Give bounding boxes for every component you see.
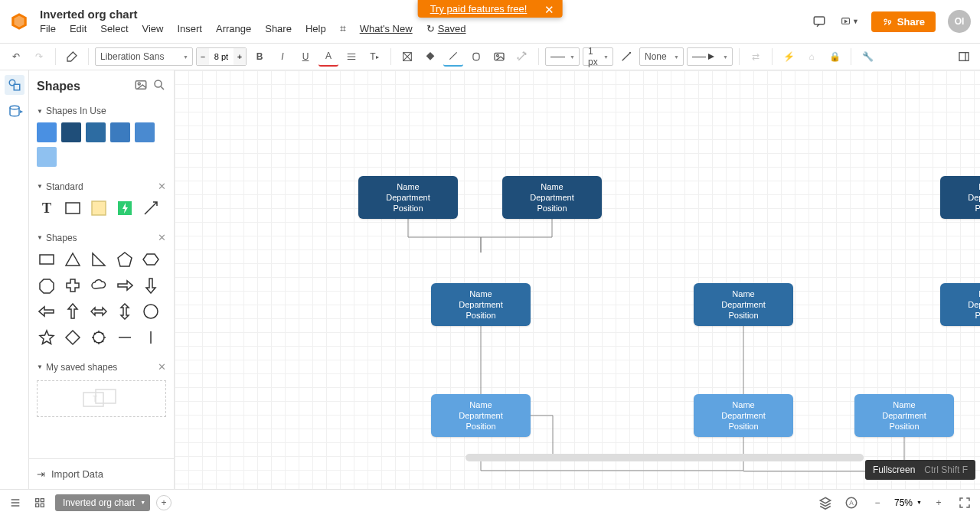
- list-view-icon[interactable]: [6, 494, 24, 512]
- star-icon[interactable]: [37, 328, 57, 347]
- close-icon[interactable]: ✕: [158, 232, 166, 243]
- shapes-tab-icon[interactable]: [5, 75, 24, 95]
- line-style-select[interactable]: [545, 47, 580, 66]
- doc-title[interactable]: Inverted org chart: [40, 8, 466, 21]
- present-icon[interactable]: ▼: [841, 12, 859, 31]
- search-icon[interactable]: [152, 78, 166, 95]
- align-button[interactable]: [341, 47, 361, 67]
- menu-share[interactable]: Share: [265, 23, 292, 34]
- swatch[interactable]: [61, 122, 81, 142]
- arrow-right-icon[interactable]: [115, 275, 135, 295]
- bold-button[interactable]: B: [250, 47, 270, 67]
- apps-icon[interactable]: ⌗: [340, 22, 346, 35]
- grid-view-icon[interactable]: [31, 494, 49, 512]
- line-width-select[interactable]: 1 px: [583, 47, 613, 66]
- fill-color-button[interactable]: [420, 47, 440, 67]
- text-shape[interactable]: T: [37, 198, 57, 218]
- border-color-button[interactable]: [443, 47, 463, 67]
- share-button[interactable]: Share: [871, 11, 936, 32]
- menu-file[interactable]: File: [40, 23, 56, 34]
- vline-icon[interactable]: [141, 328, 161, 347]
- hexagon-icon[interactable]: [141, 249, 161, 269]
- section-standard[interactable]: ▼Standard✕: [29, 174, 174, 195]
- rect-shape[interactable]: [63, 198, 83, 218]
- close-icon[interactable]: ✕: [158, 361, 166, 373]
- org-node[interactable]: NameDepartmentPosition: [358, 176, 458, 219]
- menu-help[interactable]: Help: [305, 23, 326, 34]
- close-icon[interactable]: ✕: [544, 3, 554, 17]
- swatch[interactable]: [135, 122, 155, 142]
- org-node[interactable]: NameDepartmentPosition: [431, 283, 531, 326]
- swap-button[interactable]: ⇄: [746, 47, 766, 67]
- octagon-icon[interactable]: [37, 275, 57, 295]
- bolt-shape[interactable]: [115, 198, 135, 218]
- image-button[interactable]: [489, 47, 509, 67]
- line-icon[interactable]: [115, 328, 135, 347]
- org-node[interactable]: NameDepartmentPosition: [940, 283, 980, 326]
- font-select[interactable]: Liberation Sans: [95, 47, 193, 66]
- section-saved[interactable]: ▼My saved shapes✕: [29, 355, 174, 376]
- import-data-button[interactable]: ⇥ Import Data: [29, 458, 174, 489]
- note-shape[interactable]: [89, 198, 109, 218]
- plus-icon[interactable]: [63, 275, 83, 295]
- tools-button[interactable]: 🔧: [858, 47, 877, 67]
- org-node[interactable]: NameDepartmentPosition: [502, 176, 602, 219]
- font-size-stepper[interactable]: − +: [196, 47, 247, 66]
- swatch[interactable]: [86, 122, 106, 142]
- menu-arrange[interactable]: Arrange: [216, 23, 251, 34]
- font-size-inc[interactable]: +: [234, 48, 246, 65]
- data-tab-icon[interactable]: ▸: [5, 101, 24, 121]
- shape-fill-button[interactable]: [397, 47, 417, 67]
- action-button[interactable]: ⚡: [779, 47, 799, 67]
- page-tab[interactable]: Inverted org chart: [55, 494, 150, 511]
- canvas[interactable]: NameDepartmentPositionNameDepartmentPosi…: [175, 70, 980, 489]
- font-size-input[interactable]: [209, 48, 234, 65]
- saved-status[interactable]: Saved: [438, 23, 466, 34]
- panels-button[interactable]: [954, 47, 974, 67]
- burst-icon[interactable]: [89, 328, 109, 347]
- swatch[interactable]: [110, 122, 130, 142]
- arrow-up-icon[interactable]: [63, 302, 83, 321]
- diamond-icon[interactable]: [63, 328, 83, 347]
- italic-button[interactable]: I: [273, 47, 292, 67]
- link-button[interactable]: ⌂: [802, 47, 822, 67]
- layers-icon[interactable]: [816, 494, 835, 512]
- format-painter-button[interactable]: [62, 47, 82, 67]
- org-node[interactable]: NameDepartmentPosition: [694, 394, 793, 437]
- rect-icon[interactable]: [37, 249, 57, 269]
- org-node[interactable]: NameDepartmentPosition: [694, 283, 793, 326]
- lock-button[interactable]: 🔒: [825, 47, 844, 67]
- arrow-down-icon[interactable]: [141, 275, 161, 295]
- fullscreen-button[interactable]: [956, 494, 974, 512]
- org-node[interactable]: NameDepartmentPosition: [940, 176, 980, 219]
- circle-icon[interactable]: [141, 302, 161, 321]
- shape-style-button[interactable]: [466, 47, 486, 67]
- org-node[interactable]: NameDepartmentPosition: [431, 394, 531, 437]
- underline-button[interactable]: U: [296, 47, 315, 67]
- org-node[interactable]: NameDepartmentPosition: [854, 394, 954, 437]
- app-logo[interactable]: [9, 11, 29, 31]
- line-path-button[interactable]: [616, 47, 636, 67]
- comment-icon[interactable]: [810, 12, 828, 31]
- triangle-icon[interactable]: [63, 249, 83, 269]
- saved-shapes-drop[interactable]: T: [37, 380, 166, 417]
- section-shapes[interactable]: ▼Shapes✕: [29, 226, 174, 246]
- cloud-icon[interactable]: [89, 275, 109, 295]
- right-triangle-icon[interactable]: [89, 249, 109, 269]
- arrow-lr-icon[interactable]: [89, 302, 109, 321]
- magic-button[interactable]: [512, 47, 532, 67]
- avatar[interactable]: OI: [948, 10, 971, 33]
- menu-insert[interactable]: Insert: [177, 23, 202, 34]
- section-in-use[interactable]: ▼Shapes In Use: [29, 99, 174, 119]
- add-page-button[interactable]: +: [156, 495, 172, 510]
- pentagon-icon[interactable]: [115, 249, 135, 269]
- arrow-ud-icon[interactable]: [115, 302, 135, 321]
- history-icon[interactable]: ↻: [426, 23, 435, 34]
- arrow-shape[interactable]: [141, 198, 161, 218]
- close-icon[interactable]: ✕: [158, 181, 166, 192]
- swatch[interactable]: [37, 122, 57, 142]
- zoom-in-button[interactable]: +: [929, 494, 948, 512]
- arrow-left-icon[interactable]: [37, 302, 57, 321]
- undo-button[interactable]: ↶: [6, 47, 26, 67]
- zoom-select[interactable]: 75%: [894, 497, 922, 508]
